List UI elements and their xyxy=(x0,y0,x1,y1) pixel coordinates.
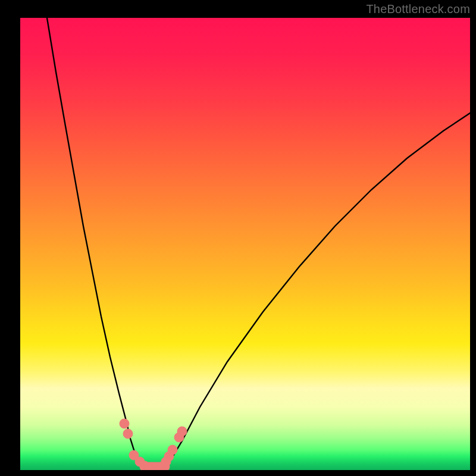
right-branch xyxy=(158,113,470,469)
watermark-text: TheBottleneck.com xyxy=(366,2,470,16)
pink-markers xyxy=(120,419,187,470)
chart-frame: TheBottleneck.com xyxy=(0,0,476,476)
svg-point-14 xyxy=(161,457,171,466)
svg-point-0 xyxy=(120,419,129,428)
plot-area xyxy=(20,18,470,470)
svg-point-5 xyxy=(168,445,177,455)
svg-point-7 xyxy=(177,427,187,436)
svg-point-1 xyxy=(123,429,133,439)
left-branch xyxy=(47,18,158,469)
curve-layer xyxy=(20,18,470,470)
